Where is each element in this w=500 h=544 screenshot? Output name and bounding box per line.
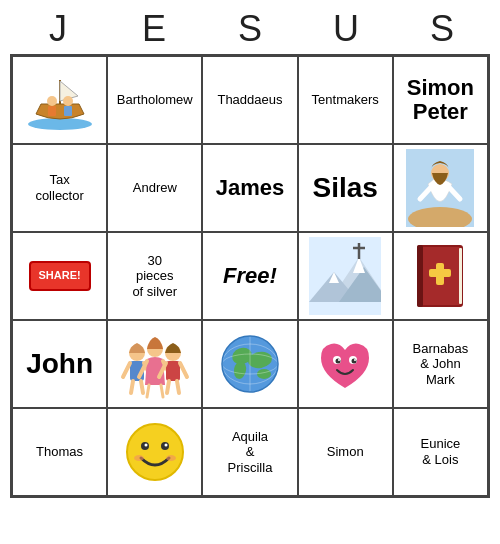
cell-3-2 (202, 320, 297, 408)
header-letter-s1: S (206, 8, 294, 50)
cell-3-1 (107, 320, 202, 408)
cell-1-4 (393, 144, 488, 232)
header-row: J E S U S (10, 0, 490, 54)
cell-1-0: Taxcollector (12, 144, 107, 232)
svg-point-46 (257, 369, 271, 379)
svg-point-63 (134, 455, 144, 461)
cell-4-0: Thomas (12, 408, 107, 496)
bartholomew-label: Bartholomew (117, 92, 193, 108)
cell-4-4: Eunice& Lois (393, 408, 488, 496)
svg-point-53 (336, 359, 341, 364)
silas-label: Silas (313, 171, 378, 205)
boat-icon (24, 66, 96, 134)
cell-4-2: Aquila&Priscilla (202, 408, 297, 496)
cell-2-4 (393, 232, 488, 320)
svg-line-27 (123, 363, 130, 377)
svg-rect-3 (48, 106, 56, 116)
cell-3-0: John (12, 320, 107, 408)
svg-point-4 (63, 96, 73, 106)
cell-0-1: Bartholomew (107, 56, 202, 144)
free-label: Free! (223, 263, 277, 289)
svg-point-56 (354, 359, 356, 361)
cell-1-2: James (202, 144, 297, 232)
svg-line-35 (161, 385, 163, 397)
tentmakers-label: Tentmakers (312, 92, 379, 108)
globe-icon (218, 332, 282, 396)
svg-line-29 (131, 381, 133, 393)
cell-0-0 (12, 56, 107, 144)
svg-point-64 (166, 455, 176, 461)
mountains-icon (309, 237, 381, 315)
thaddaeus-label: Thaddaeus (217, 92, 282, 108)
header-letter-u: U (302, 8, 390, 50)
aquila-label: Aquila&Priscilla (228, 429, 273, 476)
cell-1-3: Silas (298, 144, 393, 232)
jesus-icon (406, 149, 474, 227)
svg-point-0 (28, 118, 92, 130)
svg-point-55 (338, 359, 340, 361)
svg-point-62 (164, 444, 167, 447)
header-letter-j: J (14, 8, 102, 50)
cell-2-2: Free! (202, 232, 297, 320)
cell-2-3 (298, 232, 393, 320)
bingo-grid: Bartholomew Thaddaeus Tentmakers SimonPe… (10, 54, 490, 498)
john-label: John (26, 347, 93, 381)
svg-point-2 (47, 96, 57, 106)
thomas-label: Thomas (36, 444, 83, 460)
svg-line-34 (147, 385, 149, 397)
cell-4-3: Simon (298, 408, 393, 496)
bible-icon (411, 241, 469, 311)
cell-1-1: Andrew (107, 144, 202, 232)
simon-label: Simon (327, 444, 364, 460)
barnabas-label: Barnabas& JohnMark (413, 341, 469, 388)
cell-0-3: Tentmakers (298, 56, 393, 144)
cell-3-4: Barnabas& JohnMark (393, 320, 488, 408)
share-icon: SHARE! (29, 261, 91, 290)
cell-0-2: Thaddaeus (202, 56, 297, 144)
eunice-label: Eunice& Lois (421, 436, 461, 467)
kids-icon (119, 325, 191, 403)
cell-2-0: SHARE! (12, 232, 107, 320)
header-letter-s2: S (398, 8, 486, 50)
svg-rect-23 (429, 269, 451, 277)
tax-collector-label: Taxcollector (35, 172, 83, 203)
svg-rect-21 (417, 245, 423, 307)
svg-line-39 (180, 363, 187, 377)
simon-peter-label: SimonPeter (407, 76, 474, 124)
header-letter-e: E (110, 8, 198, 50)
svg-rect-5 (64, 106, 72, 116)
james-label: James (216, 175, 285, 201)
svg-line-41 (177, 381, 179, 393)
svg-line-30 (141, 381, 143, 393)
svg-point-54 (352, 359, 357, 364)
silver-label: 30piecesof silver (132, 253, 177, 300)
cell-2-1: 30piecesof silver (107, 232, 202, 320)
cell-4-1 (107, 408, 202, 496)
smiley-icon (123, 420, 187, 484)
andrew-label: Andrew (133, 180, 177, 196)
svg-rect-24 (459, 248, 462, 304)
heart-icon (311, 330, 379, 398)
cell-0-4: SimonPeter (393, 56, 488, 144)
svg-point-61 (144, 444, 147, 447)
svg-line-40 (167, 381, 169, 393)
svg-rect-37 (166, 361, 180, 381)
cell-3-3 (298, 320, 393, 408)
